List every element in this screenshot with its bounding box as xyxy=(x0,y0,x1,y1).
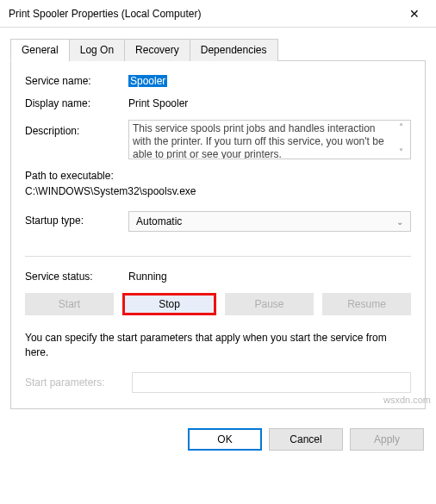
chevron-down-icon[interactable]: ˅ xyxy=(395,147,407,157)
titlebar: Print Spooler Properties (Local Computer… xyxy=(0,0,436,28)
service-name-value: Spooler xyxy=(128,75,167,87)
dialog-button-row: OK Cancel Apply xyxy=(0,420,436,459)
startup-type-dropdown[interactable]: Automatic ⌄ xyxy=(128,211,411,232)
chevron-up-icon[interactable]: ˄ xyxy=(395,122,407,132)
close-icon[interactable]: ✕ xyxy=(402,3,427,24)
tab-strip: General Log On Recovery Dependencies xyxy=(10,38,426,61)
resume-button: Resume xyxy=(322,293,411,315)
description-text: This service spools print jobs and handl… xyxy=(133,122,395,157)
description-scrollbar[interactable]: ˄ ˅ xyxy=(395,122,407,157)
watermark: wsxdn.com xyxy=(383,395,431,405)
apply-button: Apply xyxy=(350,428,424,451)
chevron-down-icon: ⌄ xyxy=(396,217,403,227)
tab-general[interactable]: General xyxy=(10,39,70,61)
divider xyxy=(25,256,411,257)
startup-type-value: Automatic xyxy=(136,215,182,227)
path-value: C:\WINDOWS\System32\spoolsv.exe xyxy=(25,185,411,197)
service-status-label: Service status: xyxy=(25,271,128,283)
path-label: Path to executable: xyxy=(25,170,411,182)
cancel-button[interactable]: Cancel xyxy=(269,428,343,451)
pause-button: Pause xyxy=(225,293,314,315)
startup-type-label: Startup type: xyxy=(25,211,128,227)
window-title: Print Spooler Properties (Local Computer… xyxy=(9,8,201,20)
stop-button[interactable]: Stop xyxy=(122,293,216,315)
service-name-label: Service name: xyxy=(25,75,128,87)
start-params-hint: You can specify the start parameters tha… xyxy=(25,331,411,360)
start-button: Start xyxy=(25,293,114,315)
description-box[interactable]: This service spools print jobs and handl… xyxy=(128,120,411,159)
start-params-input xyxy=(132,372,411,393)
tab-logon[interactable]: Log On xyxy=(69,39,125,61)
tab-dependencies[interactable]: Dependencies xyxy=(190,39,278,61)
tab-panel-general: Service name: Spooler Display name: Prin… xyxy=(10,61,426,409)
display-name-value: Print Spooler xyxy=(128,97,188,109)
tab-recovery[interactable]: Recovery xyxy=(124,39,190,61)
ok-button[interactable]: OK xyxy=(188,428,262,451)
start-params-label: Start parameters: xyxy=(25,376,125,389)
service-status-value: Running xyxy=(128,271,167,283)
display-name-label: Display name: xyxy=(25,97,128,109)
description-label: Description: xyxy=(25,120,128,137)
